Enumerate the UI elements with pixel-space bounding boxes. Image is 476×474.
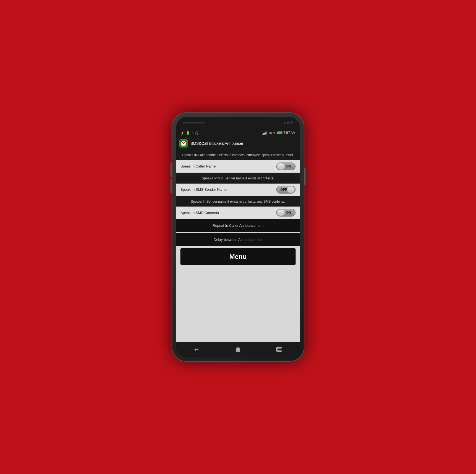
sms-contents-info-box: Speaks In Sender name if exists in conta…	[176, 196, 300, 207]
caller-name-info-text: Speaks In Caller name if exists in conta…	[182, 153, 294, 157]
headphone-icon: 🎧	[195, 131, 199, 135]
recents-icon	[276, 347, 282, 352]
signal-bar-3	[264, 133, 265, 135]
volume-up-button[interactable]	[170, 163, 172, 177]
caller-name-info-box: Speaks In Caller name if exists in conta…	[176, 150, 300, 160]
speak-caller-name-label: Speak In Caller Name	[180, 164, 276, 168]
speak-sms-contents-label: Speak In SMS Contents	[180, 211, 276, 215]
top-indicators	[284, 121, 293, 124]
speak-sms-sender-row: Speak In SMS Sender Name OFF	[176, 184, 300, 196]
sms-sender-info-box: Speaks only In Sender name if exists in …	[176, 173, 300, 184]
signal-icon	[262, 131, 267, 135]
repeat-caller-announcement-text: Repeat In Caller Announcement	[213, 223, 263, 228]
battery-icon	[277, 132, 282, 134]
speak-caller-name-toggle-text: ON	[286, 164, 291, 168]
app-icon: ✕	[179, 139, 188, 148]
phone-top-bar	[176, 117, 300, 128]
status-bar: ⚡ 🔋 ↕ 🎧 100% 7:57 AM	[176, 128, 300, 137]
speak-sms-sender-toggle-text: OFF	[280, 188, 287, 192]
battery-percent-text: 100%	[268, 131, 276, 135]
repeat-caller-announcement-button[interactable]: Repeat In Caller Announcement	[176, 219, 300, 232]
delay-announcement-button[interactable]: Delay between Announcement	[176, 233, 300, 246]
toggle-knob	[277, 163, 285, 170]
speak-caller-name-toggle[interactable]: ON	[276, 163, 296, 170]
back-button[interactable]: ↩	[191, 343, 203, 356]
home-icon	[235, 346, 241, 352]
menu-button-label: Menu	[229, 253, 247, 260]
power-button[interactable]	[304, 168, 306, 185]
toggle-knob-on-2	[277, 209, 285, 216]
phone-screen: ⚡ 🔋 ↕ 🎧 100% 7:57 AM	[176, 117, 300, 357]
delay-announcement-text: Delay between Announcement	[214, 238, 262, 242]
speak-sms-contents-toggle-text: ON	[286, 211, 291, 215]
menu-button[interactable]: Menu	[180, 248, 296, 265]
sms-contents-info-text: Speaks In Sender name if exists in conta…	[191, 200, 285, 203]
speaker-slot	[183, 122, 205, 123]
speak-caller-name-row: Speak In Caller Name ON	[176, 160, 300, 173]
speak-sms-sender-label: Speak In SMS Sender Name	[180, 187, 276, 192]
app-title: SMS&Call Blocker&Announcer	[190, 141, 243, 146]
settings-list: Speaks In Caller name if exists in conta…	[176, 150, 300, 342]
back-icon: ↩	[194, 346, 199, 353]
recents-button[interactable]	[273, 343, 285, 356]
usb-icon: ⚡	[180, 131, 184, 135]
battery-charging-icon: 🔋	[186, 131, 190, 135]
indicator-dot-1	[284, 122, 286, 124]
screen-content: Speaks In Caller name if exists in conta…	[176, 150, 300, 342]
volume-down-button[interactable]	[170, 179, 172, 193]
svg-rect-4	[277, 348, 281, 351]
sync-icon: ↕	[192, 131, 193, 135]
battery-fill	[278, 132, 282, 134]
speak-sms-contents-row: Speak In SMS Contents ON	[176, 207, 300, 219]
indicator-dot-2	[287, 122, 289, 124]
status-left-icons: ⚡ 🔋 ↕ 🎧	[180, 131, 199, 135]
signal-bar-4	[265, 132, 266, 135]
speak-sms-contents-toggle[interactable]: ON	[276, 209, 296, 217]
speak-sms-sender-toggle[interactable]: OFF	[276, 186, 296, 194]
signal-bar-5	[267, 132, 267, 135]
signal-bar-2	[263, 133, 264, 135]
signal-bar-1	[262, 134, 263, 135]
time-text: 7:57 AM	[283, 131, 296, 135]
front-camera	[290, 121, 293, 124]
toggle-knob-off	[287, 186, 295, 193]
home-button[interactable]	[232, 343, 244, 356]
phone-device: ⚡ 🔋 ↕ 🎧 100% 7:57 AM	[172, 112, 304, 362]
status-right: 100% 7:57 AM	[262, 131, 296, 135]
bottom-nav: ↩	[176, 342, 300, 357]
app-bar: ✕ SMS&Call Blocker&Announcer	[176, 137, 300, 150]
sms-sender-info-text: Speaks only In Sender name if exists in …	[202, 176, 274, 180]
